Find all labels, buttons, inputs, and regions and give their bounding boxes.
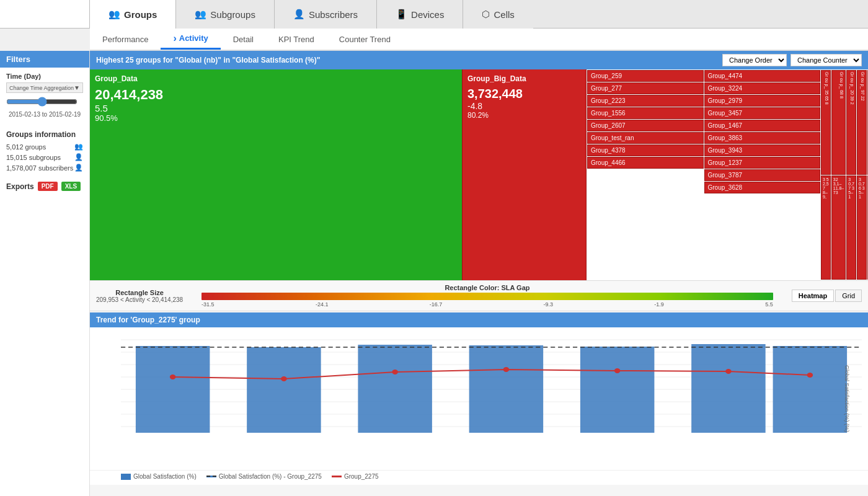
subgroups-count-row: 15,015 subgroups 👤 — [6, 153, 83, 161]
subnav-kpi-trend[interactable]: KPI Trend — [266, 29, 327, 50]
svg-rect-11 — [358, 345, 432, 433]
cell-group-1467[interactable]: Group_1467 — [704, 120, 821, 131]
cell-group-2223[interactable]: Group_2223 — [587, 95, 704, 107]
cell-group-3628[interactable]: Group_3628 — [704, 182, 821, 193]
filters-header: Filters — [0, 51, 89, 68]
groups-info-title: Groups information — [6, 130, 83, 139]
cell-group-4378[interactable]: Group_4378 — [587, 144, 704, 156]
svg-rect-15 — [773, 346, 848, 433]
legend-size-title: Rectangle Size — [115, 289, 164, 296]
tab-groups-label: Groups — [124, 9, 157, 20]
change-counter-select[interactable]: Change Counter — [790, 54, 862, 66]
tab-subgroups[interactable]: 👥 Subgroups — [176, 0, 275, 29]
subnav-performance[interactable]: Performance — [90, 29, 161, 50]
subscribers-icon: 👤 — [293, 9, 305, 20]
tab-cells[interactable]: ⬡ Cells — [463, 0, 533, 29]
cell-tiny-2[interactable]: Gr ou p_ 68 8 — [831, 70, 846, 175]
svg-rect-10 — [247, 347, 321, 433]
cell-group-big-data-val2: -4.8 — [467, 101, 581, 111]
cell-group-3787[interactable]: Group_3787 — [704, 169, 821, 181]
heatmap-button[interactable]: Heatmap — [792, 290, 834, 302]
tab-devices[interactable]: 📱 Devices — [377, 0, 463, 29]
cell-tiny-3[interactable]: Gr ou p_ 20 39 2 — [846, 70, 856, 175]
groups-count-icon: 👥 — [74, 143, 83, 151]
cell-tiny-1b[interactable]: 3 5 2,5 7 8–9, — [821, 175, 831, 280]
cell-group-3943[interactable]: Group_3943 — [704, 144, 821, 156]
svg-text:2015-02-18: 2015-02-18 — [701, 438, 729, 439]
color-val-3: -16.7 — [430, 301, 443, 308]
subnav-performance-label: Performance — [102, 35, 148, 44]
tab-subscribers[interactable]: 👤 Subscribers — [275, 0, 377, 29]
cell-group-1556[interactable]: Group_1556 — [587, 107, 704, 119]
heatmap-cells: Group_Data 20,414,238 5.5 90.5% Group_Bi… — [90, 69, 868, 280]
cell-tiny-2b[interactable]: 32 3,1–11.8–73 — [831, 175, 846, 280]
legend-item-2: Global Satisfaction (%) - Group_2275 — [219, 473, 322, 480]
cell-group-data-name: Group_Data — [95, 74, 457, 83]
date-range-text: 2015-02-13 to 2015-02-19 — [6, 111, 83, 118]
color-val-1: -31.5 — [202, 301, 215, 308]
cell-group-3457[interactable]: Group_3457 — [704, 107, 821, 119]
svg-text:2015-02-15: 2015-02-15 — [367, 438, 396, 439]
heatmap-view-buttons: Heatmap Grid — [792, 290, 862, 302]
export-pdf-button[interactable]: PDF — [38, 182, 58, 191]
export-xls-button[interactable]: XLS — [61, 182, 81, 191]
cell-group-test-ran[interactable]: Group_test_ran — [587, 132, 704, 144]
cell-group-4466[interactable]: Group_4466 — [587, 157, 704, 169]
color-val-5: -1.9 — [654, 301, 664, 308]
cell-tiny-4b[interactable]: 3 0,7 6 3 5–1 — [857, 175, 867, 280]
grid-button[interactable]: Grid — [835, 290, 862, 302]
tab-groups[interactable]: 👥 Groups — [90, 0, 176, 29]
time-label: Time (Day) — [6, 73, 83, 80]
svg-point-22 — [725, 369, 732, 374]
cell-group-big-data[interactable]: Group_Big_Data 3,732,448 -4.8 80.2% — [462, 69, 586, 280]
subgroups-icon: 👥 — [195, 9, 206, 20]
svg-point-17 — [170, 374, 176, 379]
legend-color: Rectangle Color: SLA Gap -31.5 -24.1 -16… — [202, 284, 773, 308]
cell-group-3224[interactable]: Group_3224 — [704, 82, 821, 94]
sidebar: Filters Time (Day) Change Time Aggregati… — [0, 51, 90, 496]
cell-group-259[interactable]: Group_259 — [587, 70, 704, 82]
time-aggregation-dropdown[interactable]: Change Time Aggregation ▼ — [6, 82, 83, 93]
change-order-select[interactable]: Change Order — [722, 54, 787, 66]
color-val-4: -9.3 — [544, 301, 554, 308]
heatmap-title: Highest 25 groups for "Global (nb)" in "… — [96, 56, 320, 64]
y-axis-right-label: Global Satisfaction (%) (%) — [844, 365, 850, 432]
cell-group-big-data-val1: 3,732,448 — [467, 87, 581, 101]
activity-chevron-icon: › — [173, 33, 176, 44]
cell-group-data[interactable]: Group_Data 20,414,238 5.5 90.5% — [90, 69, 462, 280]
content-area: Highest 25 groups for "Global (nb)" in "… — [90, 51, 868, 496]
cell-group-277[interactable]: Group_277 — [587, 82, 704, 94]
svg-text:2015-02-17: 2015-02-17 — [590, 438, 618, 439]
subnav-detail-label: Detail — [233, 35, 254, 44]
cell-group-data-val3: 90.5% — [95, 113, 457, 123]
subnav-kpi-label: KPI Trend — [278, 35, 314, 44]
trend-header: Trend for 'Group_2275' group — [90, 312, 868, 327]
svg-point-19 — [392, 370, 398, 374]
svg-rect-12 — [469, 345, 544, 433]
cell-group-2979[interactable]: Group_2979 — [704, 95, 821, 107]
subnav-activity-label: Activity — [179, 33, 208, 43]
svg-text:2015-02-19: 2015-02-19 — [782, 438, 810, 439]
svg-point-20 — [503, 367, 510, 372]
cell-group-3863[interactable]: Group_3863 — [704, 132, 821, 144]
subscribers-count-row: 1,578,007 subscribers 👤 — [6, 164, 83, 172]
legend-size-range: 209,953 < Activity < 20,414,238 — [96, 296, 183, 303]
aggregation-chevron-icon: ▼ — [74, 84, 80, 91]
svg-rect-13 — [580, 347, 655, 433]
legend-color-title: Rectangle Color: SLA Gap — [202, 284, 773, 291]
legend-size: Rectangle Size 209,953 < Activity < 20,4… — [96, 289, 183, 303]
trend-chart-area: Global Satisfaction — [90, 327, 868, 470]
cell-tiny-1[interactable]: Gr ou p_ 35 65 8 — [821, 70, 831, 175]
date-range-slider[interactable] — [6, 97, 78, 107]
color-val-6: 5.5 — [765, 301, 773, 308]
devices-icon: 📱 — [396, 9, 407, 20]
subnav-counter-trend[interactable]: Counter Trend — [327, 29, 403, 50]
cell-tiny-3b[interactable]: 3 0,7 7 3 5–1 — [846, 175, 856, 280]
cell-group-2607[interactable]: Group_2607 — [587, 120, 704, 131]
legend-row: Rectangle Size 209,953 < Activity < 20,4… — [90, 280, 868, 311]
cell-tiny-4[interactable]: Gr ou p_ 97 22 — [857, 70, 867, 175]
subnav-activity[interactable]: › Activity — [161, 29, 220, 50]
subnav-detail[interactable]: Detail — [221, 29, 266, 50]
cell-group-4474[interactable]: Group_4474 — [704, 70, 821, 82]
cell-group-1237[interactable]: Group_1237 — [704, 157, 821, 169]
